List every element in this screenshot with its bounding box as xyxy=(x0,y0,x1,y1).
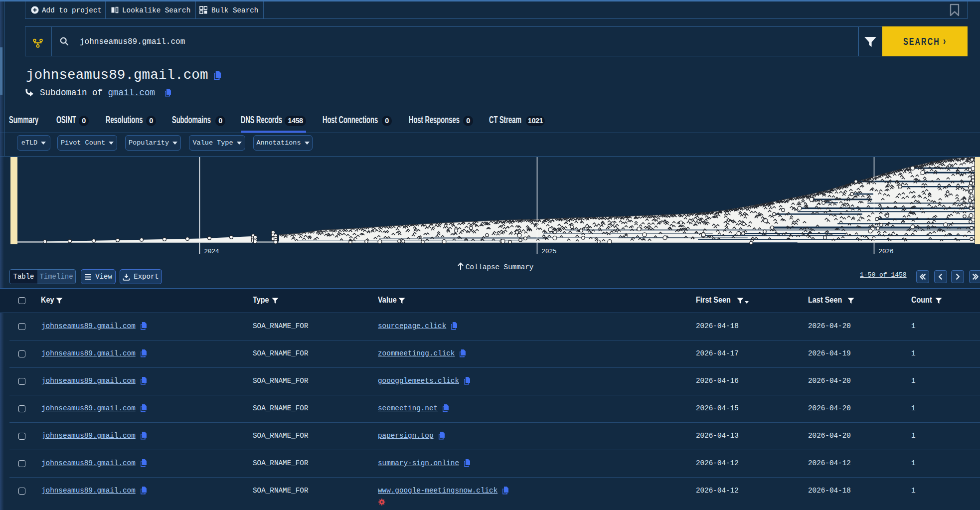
svg-text:2026: 2026 xyxy=(879,248,894,255)
svg-text:2025: 2025 xyxy=(542,248,557,255)
svg-text:2024: 2024 xyxy=(204,248,219,255)
